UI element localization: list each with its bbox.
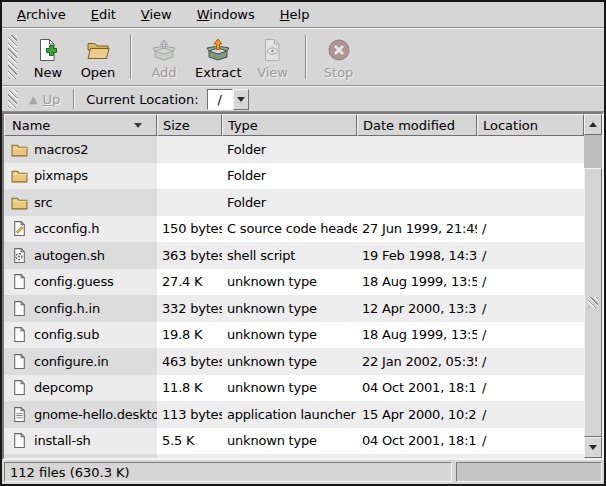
toolbar-separator [305, 35, 307, 79]
file-name: config.h.in [34, 301, 100, 316]
unknown-file-icon [11, 432, 28, 449]
file-name: macros2 [34, 142, 88, 157]
file-date-cell: 15 Apr 2000, 10:21 [357, 401, 477, 428]
file-type-cell: Folder [222, 163, 357, 190]
table-row[interactable]: depcomp11.8 Kunknown type04 Oct 2001, 18… [4, 375, 584, 402]
file-type-cell: unknown type [222, 295, 357, 322]
file-date-cell: 12 Apr 2000, 13:36 [357, 295, 477, 322]
file-size-cell: 27.4 K [157, 269, 222, 296]
file-name-cell: config.sub [4, 322, 157, 349]
table-row[interactable]: config.h.in332 bytesunknown type12 Apr 2… [4, 295, 584, 322]
file-date-cell: 18 Aug 1999, 13:53 [357, 322, 477, 349]
file-size-cell [157, 163, 222, 190]
table-row[interactable]: srcFolder [4, 189, 584, 216]
scrollbar-up-button[interactable] [584, 114, 602, 135]
menu-view[interactable]: View [132, 4, 181, 25]
file-type-cell: unknown type [222, 375, 357, 402]
file-type-cell: Folder [222, 136, 357, 163]
file-name-cell: depcomp [4, 375, 157, 402]
location-dropdown-button[interactable] [233, 89, 249, 110]
file-size-cell: 11.8 K [157, 375, 222, 402]
folder-icon [11, 194, 28, 211]
stop-icon [327, 37, 351, 63]
file-size-cell: 5.5 K [157, 428, 222, 455]
toolbar-separator [130, 35, 132, 79]
file-date-cell: 18 Aug 1999, 13:53 [357, 269, 477, 296]
toolbar-drag-handle[interactable] [8, 35, 17, 79]
file-size-cell: 150 bytes [157, 216, 222, 243]
column-header-location[interactable]: Location [477, 114, 584, 136]
file-location-cell: / [477, 295, 584, 322]
file-name: config.guess [34, 274, 114, 289]
table-row[interactable]: config.sub19.8 Kunknown type18 Aug 1999,… [4, 322, 584, 349]
table-row[interactable] [4, 454, 584, 458]
file-list-rows: macros2FolderpixmapsFoldersrcFolderaccon… [4, 136, 584, 458]
location-entry[interactable]: / [207, 89, 233, 110]
chevron-down-icon [237, 97, 245, 106]
file-date-cell: 27 Jun 1999, 21:49 [357, 216, 477, 243]
toolbar: New Open Add [2, 28, 604, 86]
table-row[interactable]: acconfig.h150 bytesC source code header2… [4, 216, 584, 243]
extract-icon [206, 37, 230, 63]
up-button-label: Up [42, 92, 60, 107]
menu-windows[interactable]: Windows [188, 4, 264, 25]
scrollbar-grip-icon [588, 297, 598, 308]
file-name-cell: acconfig.h [4, 216, 157, 243]
file-location-cell: / [477, 401, 584, 428]
add-button-label: Add [151, 66, 176, 79]
table-row[interactable]: autogen.sh363 bytesshell script19 Feb 19… [4, 242, 584, 269]
file-name: depcomp [34, 380, 93, 395]
file-type-cell: application launcher [222, 401, 357, 428]
view-file-icon [261, 37, 285, 63]
open-button[interactable]: Open [73, 32, 123, 82]
table-row[interactable]: gnome-hello.desktop113 bytesapplication … [4, 401, 584, 428]
table-row[interactable]: pixmapsFolder [4, 163, 584, 190]
column-header-size[interactable]: Size [157, 114, 222, 136]
file-date-cell [357, 189, 477, 216]
menu-edit[interactable]: Edit [82, 4, 125, 25]
scrollbar-thumb[interactable] [584, 168, 602, 437]
menu-archive[interactable]: Archive [8, 4, 75, 25]
file-name: configure.in [34, 354, 109, 369]
new-button-label: New [34, 66, 62, 79]
file-list: Name Size Type Date modified Location ma… [2, 112, 604, 460]
scrollbar-trough[interactable] [584, 135, 602, 168]
file-location-cell: / [477, 375, 584, 402]
location-bar-drag-handle[interactable] [8, 90, 17, 108]
file-date-cell: 19 Feb 1998, 14:31 [357, 242, 477, 269]
file-size-cell [157, 136, 222, 163]
file-size-cell: 19.8 K [157, 322, 222, 349]
extract-button[interactable]: Extract [189, 32, 248, 82]
vertical-scrollbar[interactable] [584, 114, 602, 458]
column-header-name[interactable]: Name [4, 114, 157, 136]
stop-button-label: Stop [324, 66, 354, 79]
table-row[interactable]: macros2Folder [4, 136, 584, 163]
unknown-file-icon [11, 300, 28, 317]
table-row[interactable]: config.guess27.4 Kunknown type18 Aug 199… [4, 269, 584, 296]
file-name: gnome-hello.desktop [34, 407, 157, 422]
location-bar: ▲ Up Current Location: / [2, 86, 604, 112]
launcher-file-icon [11, 406, 28, 423]
file-location-cell [477, 189, 584, 216]
unknown-file-icon [11, 326, 28, 343]
file-location-cell: / [477, 242, 584, 269]
column-header-type[interactable]: Type [222, 114, 357, 136]
scrollbar-down-button[interactable] [584, 437, 602, 458]
file-size-cell: 113 bytes [157, 401, 222, 428]
file-name: src [34, 195, 52, 210]
location-bar-separator [73, 89, 75, 109]
table-row[interactable]: install-sh5.5 Kunknown type04 Oct 2001, … [4, 428, 584, 455]
new-button[interactable]: New [23, 32, 73, 82]
column-header-date-modified[interactable]: Date modified [357, 114, 477, 136]
table-row[interactable]: configure.in463 bytesunknown type22 Jan … [4, 348, 584, 375]
stop-button: Stop [314, 32, 364, 82]
file-name: autogen.sh [34, 248, 105, 263]
file-date-cell: 04 Oct 2001, 18:12 [357, 428, 477, 455]
view-button: View [248, 32, 298, 82]
column-headers: Name Size Type Date modified Location [4, 114, 584, 136]
up-arrow-icon: ▲ [29, 94, 37, 105]
file-type-cell: unknown type [222, 269, 357, 296]
file-name-cell: pixmaps [4, 163, 157, 190]
menu-help[interactable]: Help [271, 4, 319, 25]
shell-script-file-icon [11, 247, 28, 264]
